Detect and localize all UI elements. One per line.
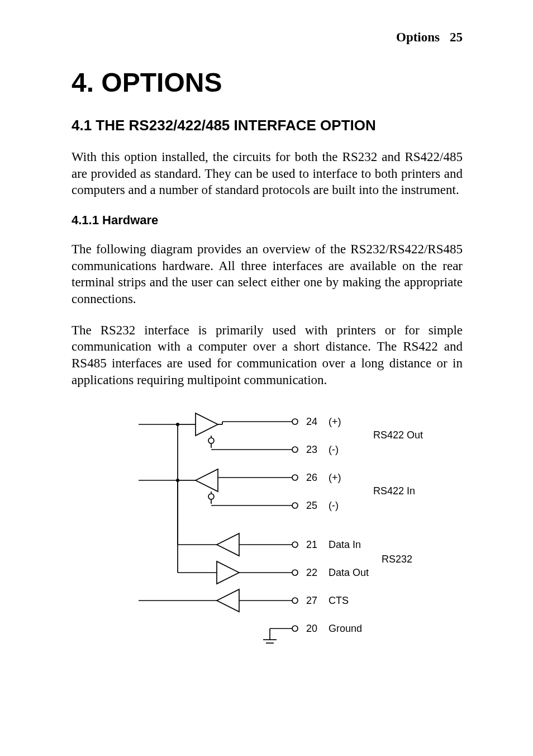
- svg-point-17: [208, 494, 214, 499]
- sig-27: CTS: [329, 595, 349, 606]
- sig-26: (+): [329, 472, 341, 483]
- pin-26: 26: [306, 472, 317, 483]
- header-page-number: 25: [450, 30, 463, 45]
- group-rs232: RS232: [382, 554, 412, 565]
- group-rs422-out: RS422 Out: [373, 429, 423, 441]
- svg-point-9: [208, 438, 214, 443]
- svg-marker-30: [217, 589, 239, 612]
- pin-20: 20: [306, 623, 317, 634]
- pin-27: 27: [306, 595, 317, 606]
- pin-23: 23: [306, 444, 317, 455]
- pin-24: 24: [306, 416, 317, 427]
- section-4-1-heading: 4.1 THE RS232/422/485 INTERFACE OPTION: [72, 117, 463, 134]
- sig-20: Ground: [329, 623, 362, 634]
- sig-23: (-): [329, 444, 339, 455]
- pin-25: 25: [306, 500, 317, 511]
- pin-21: 21: [306, 539, 317, 550]
- sig-22: Data Out: [329, 567, 369, 578]
- svg-marker-27: [217, 561, 239, 584]
- running-header: Options25: [72, 30, 463, 45]
- svg-marker-14: [196, 469, 218, 492]
- interface-diagram-svg: 24 (+) 23 (-) 26 (+) 25 (-) 21 Data In 2…: [72, 405, 463, 645]
- interface-diagram: 24 (+) 23 (-) 26 (+) 25 (-) 21 Data In 2…: [72, 405, 463, 645]
- svg-marker-24: [217, 533, 239, 556]
- section-4-1-1-paragraph-2: The RS232 interface is primarily used wi…: [72, 322, 463, 389]
- sig-25: (-): [329, 500, 339, 511]
- group-rs422-in: RS422 In: [373, 485, 415, 497]
- section-4-1-1-heading: 4.1.1 Hardware: [72, 213, 463, 228]
- pin-22: 22: [306, 567, 317, 578]
- section-4-1-1-paragraph-1: The following diagram provides an overvi…: [72, 241, 463, 308]
- chapter-title: 4. OPTIONS: [72, 67, 463, 98]
- svg-marker-4: [196, 413, 218, 436]
- sig-24: (+): [329, 416, 341, 427]
- header-section: Options: [396, 30, 440, 44]
- section-4-1-paragraph: With this option installed, the circuits…: [72, 149, 463, 199]
- sig-21: Data In: [329, 539, 361, 550]
